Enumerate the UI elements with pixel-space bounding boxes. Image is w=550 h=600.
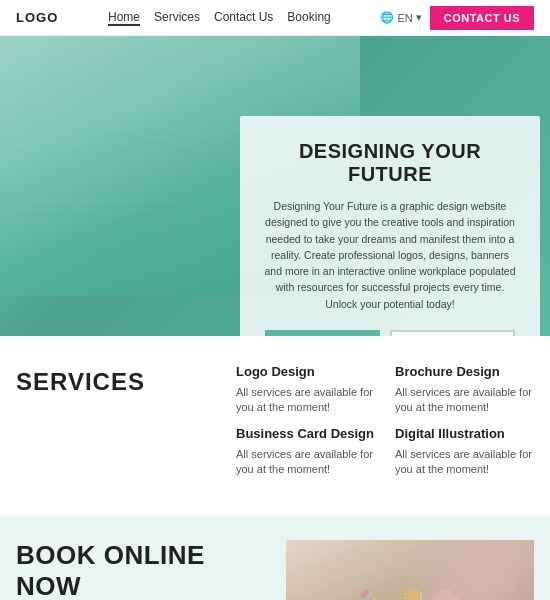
globe-icon: 🌐 — [380, 11, 394, 24]
service-logo-design-desc: All services are available for you at th… — [236, 385, 375, 416]
learn-more-button[interactable]: LEARN MORE — [265, 330, 380, 336]
service-logo-design-title: Logo Design — [236, 364, 375, 379]
book-left: BOOK ONLINE NOW Request a new appointmen… — [16, 540, 286, 600]
services-col-2: Brochure Design All services are availab… — [395, 364, 534, 488]
services-section: SERVICES Logo Design All services are av… — [0, 336, 550, 516]
header: LOGO Home Services Contact Us Booking 🌐 … — [0, 0, 550, 36]
services-title: SERVICES — [16, 368, 216, 396]
language-selector[interactable]: 🌐 EN ▾ — [380, 11, 421, 24]
nav-services[interactable]: Services — [154, 10, 200, 26]
book-image-placeholder: ✏️📒🌸 — [286, 540, 534, 600]
hero-description: Designing Your Future is a graphic desig… — [262, 198, 518, 312]
lang-label: EN — [397, 12, 412, 24]
main-nav: Home Services Contact Us Booking — [108, 10, 331, 26]
contact-now-button[interactable]: CONTACT NOW — [390, 330, 514, 336]
services-columns: Logo Design All services are available f… — [236, 364, 534, 488]
hero-buttons: LEARN MORE CONTACT NOW — [262, 330, 518, 336]
header-right: 🌐 EN ▾ CONTACT US — [380, 6, 534, 30]
hero-card: Designing Your Future Designing Your Fut… — [240, 116, 540, 336]
chevron-down-icon: ▾ — [416, 11, 422, 24]
service-brochure-title: Brochure Design — [395, 364, 534, 379]
book-desk-decoration: ✏️📒🌸 — [286, 540, 534, 600]
services-title-col: SERVICES — [16, 364, 216, 488]
service-digital-illustration-desc: All services are available for you at th… — [395, 447, 534, 478]
hero-title: Designing Your Future — [262, 140, 518, 186]
nav-contact[interactable]: Contact Us — [214, 10, 273, 26]
book-section: BOOK ONLINE NOW Request a new appointmen… — [0, 516, 550, 600]
service-digital-illustration-title: Digital Illustration — [395, 426, 534, 441]
nav-booking[interactable]: Booking — [287, 10, 330, 26]
book-image: ✏️📒🌸 — [286, 540, 534, 600]
book-title: BOOK ONLINE NOW — [16, 540, 274, 600]
service-business-card-desc: All services are available for you at th… — [236, 447, 375, 478]
nav-home[interactable]: Home — [108, 10, 140, 26]
contact-us-button[interactable]: CONTACT US — [430, 6, 534, 30]
service-business-card-title: Business Card Design — [236, 426, 375, 441]
hero-section: Designing Your Future Designing Your Fut… — [0, 36, 550, 336]
services-col-1: Logo Design All services are available f… — [236, 364, 375, 488]
logo: LOGO — [16, 10, 58, 25]
service-brochure-desc: All services are available for you at th… — [395, 385, 534, 416]
